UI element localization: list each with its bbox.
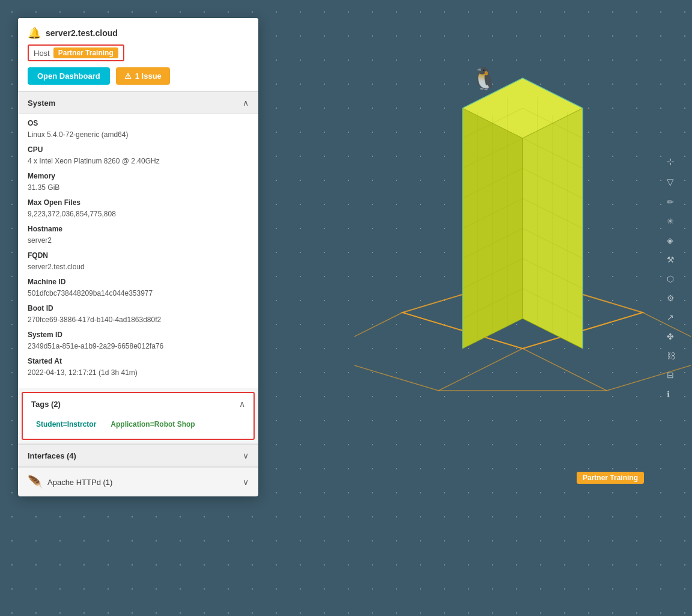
info-label: OS — [28, 119, 249, 127]
info-value: 2349d51a-851e-a1b9-2a29-6658e012fa76 — [28, 342, 163, 350]
info-label: FQDN — [28, 251, 249, 260]
system-section-header[interactable]: System ∧ — [18, 91, 258, 114]
apache-label: Apache HTTPd (1) — [47, 478, 112, 487]
tags-chevron-icon: ∧ — [239, 399, 245, 409]
info-label: System ID — [28, 331, 249, 339]
server-name: server2.test.cloud — [46, 28, 118, 38]
info-label: Boot ID — [28, 304, 249, 313]
server-title-row: 🔔 server2.test.cloud — [28, 26, 249, 40]
iso-tower-svg — [354, 48, 691, 457]
info-value: 270fce69-3886-417d-b140-4ad1863d80f2 — [28, 316, 161, 324]
panel-body[interactable]: System ∧ OSLinux 5.4.0-72-generic (amd64… — [18, 91, 258, 496]
info-item: Started At2022-04-13, 12:17:21 (1d 3h 41… — [28, 357, 249, 377]
info-value: 501dfcbc738448209ba14c044e353977 — [28, 289, 153, 297]
right-toolbar: ⊹ ▽ ✏ ✳ ◈ ⚒ ⬡ ⚙ ↗ ✤ ⛓ ⊟ ℹ — [667, 156, 675, 399]
hex-icon[interactable]: ⬡ — [667, 274, 675, 284]
info-label: CPU — [28, 145, 249, 154]
move2-icon[interactable]: ✤ — [667, 332, 675, 341]
warning-icon: ⚠ — [124, 72, 132, 81]
info-item: CPU4 x Intel Xeon Platinum 8260 @ 2.40GH… — [28, 145, 249, 166]
link-icon[interactable]: ⛓ — [667, 351, 675, 361]
system-section-label: System — [28, 99, 55, 108]
issue-label: 1 Issue — [135, 72, 162, 81]
pencil-icon[interactable]: ✏ — [667, 197, 675, 207]
info-item: Machine ID501dfcbc738448209ba14c044e3539… — [28, 278, 249, 298]
filter-icon[interactable]: ▽ — [667, 177, 675, 188]
partner-training-viz-label: Partner Training — [577, 472, 644, 484]
tag-badge[interactable]: Application=Robot Shop — [106, 418, 199, 430]
snow-icon[interactable]: ✳ — [667, 216, 675, 226]
gear-icon[interactable]: ⚙ — [667, 293, 675, 303]
info-item: Max Open Files9,223,372,036,854,775,808 — [28, 198, 249, 219]
issue-button[interactable]: ⚠ 1 Issue — [116, 67, 170, 85]
tags-header[interactable]: Tags (2) ∧ — [23, 393, 253, 415]
info-item: OSLinux 5.4.0-72-generic (amd64) — [28, 119, 249, 139]
viz-area: 🐧 — [276, 0, 692, 616]
breadcrumb-host: Host — [34, 49, 50, 58]
stack-icon[interactable]: ⊟ — [667, 370, 675, 380]
tool-icon[interactable]: ⚒ — [667, 255, 675, 264]
info-label: Memory — [28, 172, 249, 180]
arrow-icon[interactable]: ↗ — [667, 313, 675, 322]
info-label: Machine ID — [28, 278, 249, 286]
apache-left: 🪶 Apache HTTPd (1) — [28, 475, 112, 489]
system-chevron-icon: ∧ — [243, 98, 249, 108]
info-icon[interactable]: ℹ — [667, 389, 675, 399]
tags-header-label: Tags (2) — [31, 400, 61, 409]
interfaces-section: Interfaces (4) ∨ — [18, 444, 258, 467]
server-bell-icon: 🔔 — [28, 26, 41, 40]
info-value: server2.test.cloud — [28, 263, 85, 271]
info-label: Started At — [28, 357, 249, 365]
info-value: 2022-04-13, 12:17:21 (1d 3h 41m) — [28, 368, 138, 377]
info-label: Hostname — [28, 225, 249, 233]
interfaces-label: Interfaces (4) — [28, 451, 76, 460]
breadcrumb-tag[interactable]: Partner Training — [53, 47, 118, 58]
apache-section[interactable]: 🪶 Apache HTTPd (1) ∨ — [18, 467, 258, 496]
tags-section: Tags (2) ∧ Student=InstrctorApplication=… — [22, 392, 255, 440]
action-row: Open Dashboard ⚠ 1 Issue — [28, 67, 249, 85]
info-value: server2 — [28, 236, 52, 245]
interfaces-section-header[interactable]: Interfaces (4) ∨ — [18, 444, 258, 467]
apache-feather-icon: 🪶 — [28, 475, 43, 489]
cursor-icon[interactable]: ⊹ — [667, 156, 675, 167]
system-info-section: OSLinux 5.4.0-72-generic (amd64)CPU4 x I… — [18, 114, 258, 388]
tags-body: Student=InstrctorApplication=Robot Shop — [23, 415, 253, 439]
info-item: Hostnameserver2 — [28, 225, 249, 245]
info-item: FQDNserver2.test.cloud — [28, 251, 249, 272]
diamond-icon[interactable]: ◈ — [667, 236, 675, 245]
panel-header: 🔔 server2.test.cloud Host Partner Traini… — [18, 18, 258, 91]
info-item: Memory31.35 GiB — [28, 172, 249, 192]
interfaces-chevron-icon: ∨ — [243, 451, 249, 460]
tag-badge[interactable]: Student=Instrctor — [31, 418, 101, 430]
open-dashboard-button[interactable]: Open Dashboard — [28, 67, 110, 85]
info-item: Boot ID270fce69-3886-417d-b140-4ad1863d8… — [28, 304, 249, 325]
apache-chevron-icon: ∨ — [243, 477, 249, 487]
info-label: Max Open Files — [28, 198, 249, 207]
info-value: 9,223,372,036,854,775,808 — [28, 210, 116, 218]
info-value: Linux 5.4.0-72-generic (amd64) — [28, 130, 128, 139]
info-value: 4 x Intel Xeon Platinum 8260 @ 2.40GHz — [28, 157, 160, 165]
info-item: System ID2349d51a-851e-a1b9-2a29-6658e01… — [28, 331, 249, 351]
info-value: 31.35 GiB — [28, 183, 59, 192]
detail-panel: 🔔 server2.test.cloud Host Partner Traini… — [18, 18, 258, 496]
